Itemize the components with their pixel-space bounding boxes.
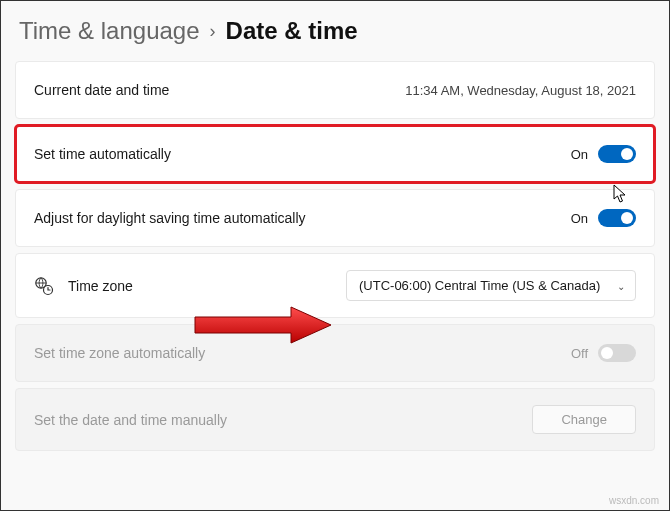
set-time-auto-state: On [571,147,588,162]
row-dst[interactable]: Adjust for daylight saving time automati… [15,189,655,247]
watermark: wsxdn.com [609,495,659,506]
dst-toggle[interactable] [598,209,636,227]
set-time-auto-label: Set time automatically [34,146,171,162]
set-manual-label: Set the date and time manually [34,412,227,428]
breadcrumb: Time & language › Date & time [1,1,669,55]
breadcrumb-parent[interactable]: Time & language [19,17,200,45]
row-set-time-auto[interactable]: Set time automatically On [15,125,655,183]
dst-state: On [571,211,588,226]
globe-clock-icon [34,276,54,296]
timezone-selected: (UTC-06:00) Central Time (US & Canada) [359,278,600,293]
current-datetime-label: Current date and time [34,82,169,98]
chevron-right-icon: › [210,21,216,42]
set-tz-auto-state: Off [571,346,588,361]
row-set-manual: Set the date and time manually Change [15,388,655,451]
dst-toggle-group: On [571,209,636,227]
set-time-auto-toggle[interactable] [598,145,636,163]
set-tz-auto-label: Set time zone automatically [34,345,205,361]
set-tz-auto-toggle-group: Off [571,344,636,362]
row-current-datetime: Current date and time 11:34 AM, Wednesda… [15,61,655,119]
timezone-label: Time zone [68,278,133,294]
current-datetime-value: 11:34 AM, Wednesday, August 18, 2021 [405,83,636,98]
settings-content: Current date and time 11:34 AM, Wednesda… [1,55,669,451]
chevron-down-icon: ⌄ [617,280,625,291]
timezone-dropdown[interactable]: (UTC-06:00) Central Time (US & Canada) ⌄ [346,270,636,301]
set-time-auto-toggle-group: On [571,145,636,163]
row-timezone[interactable]: Time zone (UTC-06:00) Central Time (US &… [15,253,655,318]
row-set-tz-auto: Set time zone automatically Off [15,324,655,382]
set-tz-auto-toggle [598,344,636,362]
breadcrumb-current: Date & time [226,17,358,45]
dst-label: Adjust for daylight saving time automati… [34,210,306,226]
change-button: Change [532,405,636,434]
settings-window: Time & language › Date & time Current da… [0,0,670,511]
